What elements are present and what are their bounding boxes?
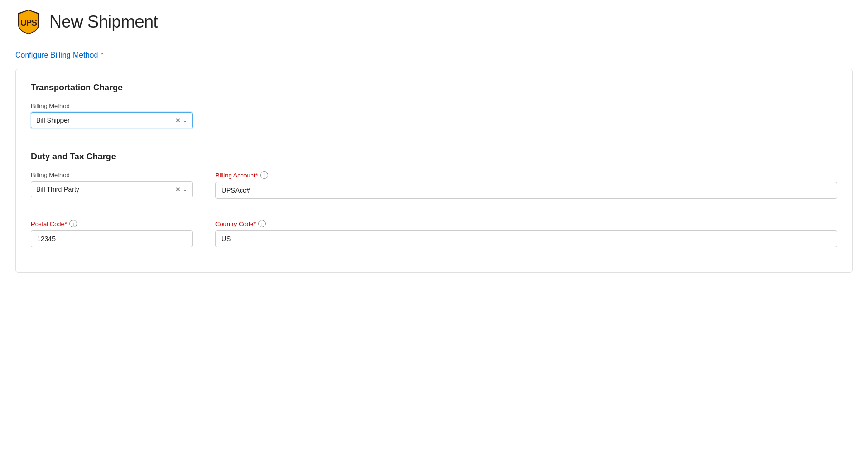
country-code-input[interactable]: [215, 230, 837, 247]
transport-chevron-down-icon[interactable]: ⌄: [183, 117, 187, 124]
main-card: Transportation Charge Billing Method Bil…: [15, 69, 853, 273]
postal-code-info-icon[interactable]: i: [69, 220, 77, 227]
transport-clear-icon[interactable]: ✕: [175, 117, 181, 124]
chevron-up-icon: ⌃: [100, 52, 105, 59]
billing-account-input[interactable]: [215, 182, 837, 199]
duty-billing-method-group: Billing Method Bill Third Party ✕ ⌄: [31, 171, 193, 199]
duty-select-icons: ✕ ⌄: [175, 186, 187, 193]
postal-code-group: Postal Code* i: [31, 220, 193, 247]
transport-billing-method-control[interactable]: Bill Shipper ✕ ⌄: [31, 112, 193, 128]
postal-code-label: Postal Code*: [31, 220, 67, 227]
transport-billing-method-value: Bill Shipper: [36, 117, 175, 124]
billing-account-info-icon[interactable]: i: [260, 171, 268, 179]
configure-billing-link[interactable]: Configure Billing Method ⌃: [15, 51, 105, 59]
transport-select-icons: ✕ ⌄: [175, 117, 187, 124]
duty-tax-grid: Billing Method Bill Third Party ✕ ⌄ Bill…: [31, 171, 837, 257]
postal-code-label-row: Postal Code* i: [31, 220, 193, 227]
duty-chevron-down-icon[interactable]: ⌄: [183, 186, 187, 193]
transport-billing-method-label: Billing Method: [31, 102, 837, 109]
app-header: UPS New Shipment: [0, 0, 868, 43]
billing-account-label: Billing Account*: [215, 172, 258, 179]
country-code-info-icon[interactable]: i: [258, 220, 266, 227]
duty-billing-method-control[interactable]: Bill Third Party ✕ ⌄: [31, 181, 193, 197]
billing-account-label-row: Billing Account* i: [215, 171, 837, 179]
postal-code-input[interactable]: [31, 230, 193, 247]
country-code-group: Country Code* i: [215, 220, 837, 247]
section-divider: [31, 140, 837, 140]
duty-billing-method-label: Billing Method: [31, 171, 193, 178]
duty-tax-title: Duty and Tax Charge: [31, 152, 837, 162]
ups-logo: UPS: [15, 9, 42, 35]
country-code-label: Country Code*: [215, 220, 256, 227]
svg-text:UPS: UPS: [20, 18, 37, 28]
country-code-label-row: Country Code* i: [215, 220, 837, 227]
duty-clear-icon[interactable]: ✕: [175, 186, 181, 193]
transport-billing-method-group: Billing Method Bill Shipper ✕ ⌄: [31, 102, 837, 128]
transportation-charge-title: Transportation Charge: [31, 83, 837, 93]
duty-tax-section: Duty and Tax Charge Billing Method Bill …: [31, 152, 837, 257]
page-title: New Shipment: [49, 12, 158, 32]
transportation-charge-section: Transportation Charge Billing Method Bil…: [31, 83, 837, 128]
configure-link-label: Configure Billing Method: [15, 51, 98, 59]
transport-billing-method-select[interactable]: Bill Shipper ✕ ⌄: [31, 112, 193, 128]
billing-account-group: Billing Account* i: [215, 171, 837, 199]
duty-billing-method-value: Bill Third Party: [36, 186, 175, 193]
duty-billing-method-select[interactable]: Bill Third Party ✕ ⌄: [31, 181, 193, 197]
configure-section: Configure Billing Method ⌃: [0, 43, 868, 65]
